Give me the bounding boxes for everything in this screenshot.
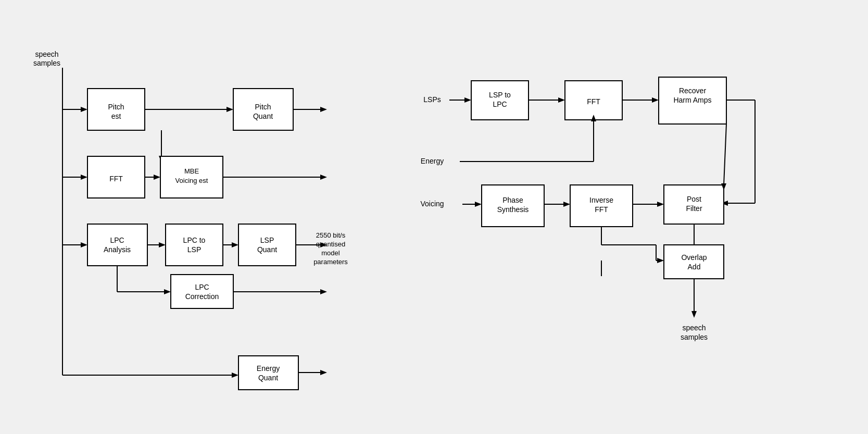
lpc-correction-block [171,275,233,308]
arrowhead-out-mbe [320,175,327,180]
arrowhead-out-pitch-quant [320,107,327,112]
post-filter-label2: Filter [686,204,702,213]
arrowhead-lpc-lsp [159,242,166,247]
inverse-fft-label: Inverse [589,196,613,204]
lpc-correction-label2: Correction [185,292,219,301]
output-label-4: parameters [313,258,348,266]
output-label-2: quantised [316,240,345,248]
phase-synthesis-label2: Synthesis [497,205,529,214]
arrowhead-fft-recover [652,97,659,103]
arrowhead-phase-ifft [563,202,570,207]
arrowhead-overlap-add [657,258,664,263]
output-label-3: model [321,249,340,257]
pitch-quant-label2: Quant [253,112,273,120]
lsp-to-lpc-label2: LPC [493,100,507,108]
lpc-to-lsp-label2: LSP [187,245,201,254]
lpc-analysis-label2: Analysis [104,245,131,254]
arrowhead-lpc-correction [164,289,171,294]
lsp-quant-label2: Quant [257,245,277,254]
arrowhead-lsps [464,97,471,103]
arrowhead-overlap-out [691,311,697,318]
arrowhead-out-lpc-correction [320,289,327,294]
right-output-label1: speech [682,324,706,332]
arrowhead-lsp-fft [558,97,565,103]
pitch-quant-label: Pitch [255,103,271,111]
lsp-to-lpc-label: LSP to [489,91,511,99]
arrowhead-voicing [475,202,482,207]
diagram-container: speech samples Pitch est Pitch Quant FFT… [0,0,868,434]
post-filter-label: Post [687,195,701,203]
right-output-label2: samples [681,333,708,341]
arrowhead-pitch-est [81,107,87,112]
lsp-quant-label: LSP [260,236,274,244]
main-svg: speech samples Pitch est Pitch Quant FFT… [0,0,868,434]
output-label-1: 2550 bit/s [316,231,346,239]
mbe-voicing-label: MBE [184,167,199,175]
pitch-est-label2: est [111,112,121,120]
energy-quant-label: Energy [257,364,280,373]
lpc-correction-label: LPC [195,283,209,291]
lpc-analysis-label: LPC [110,236,124,244]
energy-quant-label2: Quant [258,374,278,382]
fft-right-label: FFT [587,97,600,106]
overlap-add-block [664,245,724,279]
recover-harm-label1: Recover [679,86,706,95]
lpc-to-lsp-label: LPC to [183,236,206,244]
arrowhead-lsp-quant [232,242,238,247]
energy-quant-block [238,356,298,390]
arrowhead-pitch-quant [227,107,233,112]
arrow-recover-to-postfilter [724,124,726,185]
fft-left-label: FFT [109,175,123,183]
left-input-label2: samples [33,59,60,67]
lsps-label: LSPs [423,95,441,104]
overlap-add-label2: Add [688,263,701,271]
recover-harm-label2: Harm Amps [673,96,711,104]
inverse-fft-label2: FFT [595,205,608,214]
phase-synthesis-label: Phase [502,196,523,204]
arrowhead-fft-mbe [154,175,160,180]
pitch-est-label: Pitch [108,103,124,111]
arrowhead-lpc-analysis [81,242,87,247]
left-input-label: speech [35,50,58,58]
overlap-add-label: Overlap [681,253,707,262]
voicing-label: Voicing [420,200,444,208]
arrowhead-energy-quant [232,373,238,378]
arrowhead-ifft-postfilter [657,202,664,207]
energy-label: Energy [421,157,444,165]
arrowhead-fft-left [81,175,87,180]
mbe-voicing-label2: Voicing est [175,177,208,184]
arrowhead-out-energy-quant [320,370,327,375]
